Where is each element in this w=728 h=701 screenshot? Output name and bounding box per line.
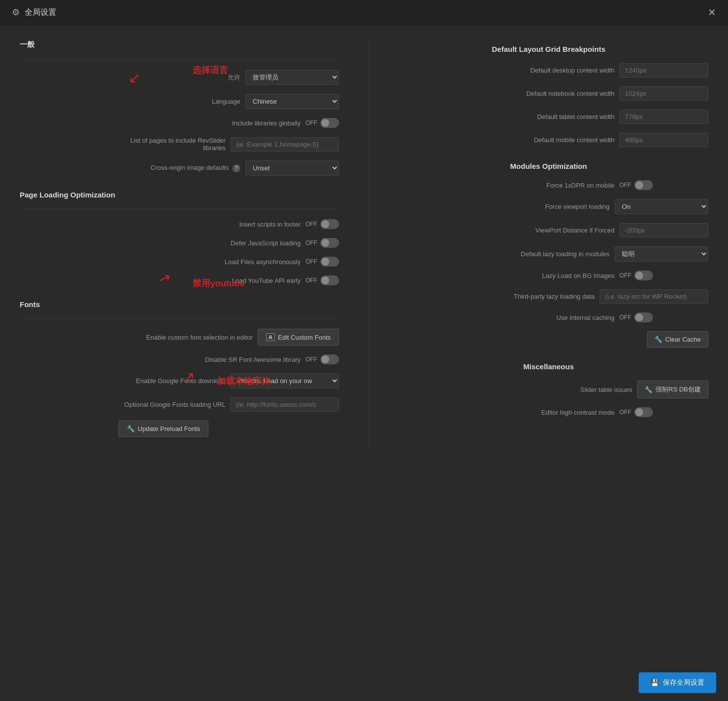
- page-loading-section: Page Loading Optimization Insert scripts…: [20, 191, 339, 285]
- font-icon: A: [266, 333, 275, 341]
- wrench-icon-cache: 🔧: [654, 336, 662, 343]
- notebook-input[interactable]: [619, 86, 708, 101]
- update-preload-row: 🔧 Update Preload Fonts: [20, 421, 339, 437]
- force-dpr-toggle[interactable]: [634, 180, 653, 190]
- internal-caching-toggle[interactable]: [634, 312, 653, 322]
- mobile-input[interactable]: [619, 133, 708, 147]
- defer-js-toggle[interactable]: [320, 238, 339, 248]
- viewport-distance-input[interactable]: [619, 223, 708, 237]
- mobile-label: Default mobile content width: [389, 136, 614, 144]
- revslider-row: List of pages to include RevSlider libra…: [20, 137, 339, 152]
- load-youtube-value: OFF: [306, 277, 317, 284]
- clear-cache-label: Clear Cache: [665, 336, 701, 343]
- load-youtube-toggle[interactable]: [320, 275, 339, 285]
- include-libraries-toggle[interactable]: [320, 118, 339, 128]
- disable-sr-toggle[interactable]: [320, 354, 339, 364]
- desktop-row: Default desktop content width: [389, 63, 708, 78]
- force-dpr-label: Force 1xDPR on mobile: [389, 182, 614, 189]
- viewport-distance-label: ViewPort Distance if Forced: [389, 227, 614, 234]
- save-button[interactable]: 💾 保存全局设置: [639, 672, 716, 693]
- tablet-input[interactable]: [619, 110, 708, 124]
- slider-issues-button[interactable]: 🔧 强制RS DB创建: [637, 381, 708, 398]
- disable-sr-value: OFF: [306, 356, 317, 363]
- edit-custom-fonts-label: Edit Custom Fonts: [278, 334, 331, 341]
- allow-select[interactable]: 致管理员: [245, 70, 339, 85]
- lazy-bg-toggle-wrap: OFF: [619, 271, 708, 280]
- high-contrast-label: Editor high contrast mode: [389, 409, 614, 416]
- lazy-bg-toggle[interactable]: [634, 271, 653, 280]
- right-panel: Default Layout Grid Breakpoints Default …: [369, 40, 708, 452]
- third-party-row: Third-party lazy loading data: [389, 289, 708, 304]
- include-libraries-toggle-wrap: OFF: [306, 118, 339, 128]
- google-fonts-row: Enable Google Fonts download Disable, Lo…: [20, 373, 339, 389]
- load-files-row: Load Files asynchronously OFF: [20, 257, 339, 267]
- tablet-row: Default tablet content width: [389, 110, 708, 124]
- fonts-section: Fonts Enable custom font selection in ed…: [20, 300, 339, 437]
- lazy-bg-value: OFF: [619, 272, 631, 279]
- modules-title: Modules Optimization: [389, 162, 708, 170]
- cross-origin-label: Cross-origin image defaults ?: [142, 164, 240, 172]
- desktop-input[interactable]: [619, 63, 708, 78]
- load-files-toggle-wrap: OFF: [306, 257, 339, 267]
- third-party-input[interactable]: [600, 289, 708, 304]
- revslider-input[interactable]: [230, 137, 339, 152]
- close-button[interactable]: ✕: [708, 7, 716, 17]
- edit-custom-fonts-button[interactable]: A Edit Custom Fonts: [258, 329, 339, 346]
- load-files-label: Load Files asynchronously: [202, 258, 301, 266]
- mobile-row: Default mobile content width: [389, 133, 708, 147]
- language-select[interactable]: Chinese: [245, 94, 339, 109]
- force-dpr-row: Force 1xDPR on mobile OFF: [389, 180, 708, 190]
- insert-scripts-toggle[interactable]: [320, 219, 339, 229]
- insert-scripts-toggle-wrap: OFF: [306, 219, 339, 229]
- load-youtube-label: Load YouTube API early: [202, 277, 301, 284]
- page-loading-title: Page Loading Optimization: [20, 191, 339, 199]
- grid-section: Default Layout Grid Breakpoints Default …: [389, 45, 708, 147]
- clear-cache-button[interactable]: 🔧 Clear Cache: [647, 331, 708, 348]
- force-viewport-select[interactable]: On: [614, 199, 708, 214]
- misc-section: Miscellaneous Slider table issues 🔧 强制RS…: [389, 362, 708, 417]
- load-youtube-toggle-wrap: OFF: [306, 275, 339, 285]
- tablet-label: Default tablet content width: [389, 113, 614, 120]
- update-preload-label: Update Preload Fonts: [138, 425, 200, 432]
- lazy-loading-row: Default lazy loading in modules 聪明: [389, 246, 708, 262]
- internal-caching-value: OFF: [619, 314, 631, 321]
- insert-scripts-value: OFF: [306, 221, 317, 228]
- disable-sr-row: Disable SR Font Awesome library OFF: [20, 354, 339, 364]
- insert-scripts-label: Insert scripts in footer: [202, 221, 301, 228]
- internal-caching-toggle-wrap: OFF: [619, 312, 708, 322]
- cross-origin-help-icon[interactable]: ?: [232, 164, 240, 172]
- slider-issues-label: Slider table issues: [389, 386, 632, 393]
- slider-issues-row: Slider table issues 🔧 强制RS DB创建: [389, 381, 708, 398]
- high-contrast-value: OFF: [619, 409, 631, 416]
- google-fonts-url-input[interactable]: [230, 397, 339, 412]
- custom-font-label: Enable custom font selection in editor: [146, 334, 253, 341]
- misc-title: Miscellaneous: [389, 362, 708, 371]
- language-label: Language: [142, 98, 240, 105]
- insert-scripts-row: Insert scripts in footer OFF: [20, 219, 339, 229]
- high-contrast-toggle[interactable]: [634, 407, 653, 417]
- load-files-toggle[interactable]: [320, 257, 339, 267]
- youtube-arrow: ↙: [155, 269, 173, 289]
- general-title: 一般: [20, 40, 339, 49]
- force-dpr-toggle-wrap: OFF: [619, 180, 708, 190]
- force-viewport-row: Force viewport loading On: [389, 199, 708, 214]
- include-libraries-label: Include libraries globally: [202, 119, 301, 127]
- include-libraries-row: Include libraries globally OFF: [20, 118, 339, 128]
- modal-title: 全局设置: [25, 7, 56, 18]
- two-column-layout: 一般 允许 致管理员 Language Chinese: [20, 40, 708, 452]
- modal-header: ⚙ 全局设置 ✕: [0, 0, 728, 25]
- update-preload-button[interactable]: 🔧 Update Preload Fonts: [118, 421, 208, 437]
- desktop-label: Default desktop content width: [389, 67, 614, 74]
- language-row: Language Chinese 选择语言 ↙: [20, 94, 339, 109]
- wrench-icon-slider: 🔧: [645, 386, 652, 393]
- google-fonts-select[interactable]: Disable, Load on your ow: [230, 373, 339, 389]
- force-dpr-value: OFF: [619, 182, 631, 189]
- viewport-distance-row: ViewPort Distance if Forced: [389, 223, 708, 237]
- save-label: 保存全局设置: [663, 678, 704, 687]
- notebook-row: Default notebook content width: [389, 86, 708, 101]
- cross-origin-select[interactable]: Unset: [245, 160, 339, 176]
- modules-section: Modules Optimization Force 1xDPR on mobi…: [389, 162, 708, 348]
- modal-container: ⚙ 全局设置 ✕ 一般 允许 致管理员: [0, 0, 728, 701]
- disable-sr-toggle-wrap: OFF: [306, 354, 339, 364]
- lazy-loading-select[interactable]: 聪明: [614, 246, 708, 262]
